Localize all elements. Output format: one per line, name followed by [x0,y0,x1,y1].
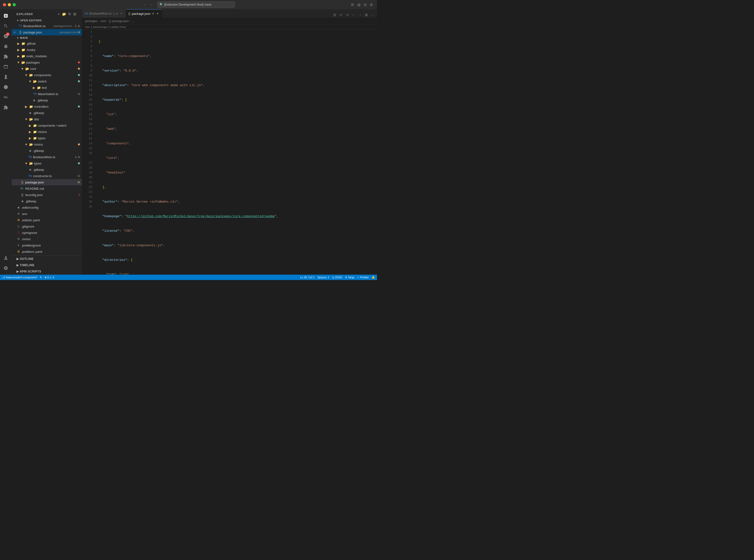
grid-icon[interactable]: ⊞ [369,2,374,7]
file-name: .gitkeep [37,99,80,102]
tree-mixins[interactable]: ▼ 📂 mixins [12,141,82,147]
activity-remote[interactable] [1,62,11,71]
tree-gitkeep-controllers[interactable]: ◆ .gitkeep [12,110,82,116]
formatter-item[interactable]: ⏸ Ninja [345,276,354,279]
npm-scripts-section[interactable]: ▶ NPM SCRIPTS [12,268,82,275]
activity-extensions[interactable] [1,52,11,61]
activity-flask[interactable] [1,72,11,81]
tree-readme[interactable]: M↓ README.md [12,185,82,192]
tree-gitkeep-mixins[interactable]: ◆ .gitkeep [12,147,82,154]
redo-icon[interactable]: ↪ [345,12,350,18]
tree-package-json[interactable]: {} package.json M [12,179,82,185]
open-changes-icon[interactable]: ⊞ [363,12,369,18]
activity-git[interactable]: 1 [1,32,11,41]
breadcrumb-packages[interactable]: packages [85,19,97,23]
folder-icon: ▼ [20,67,24,71]
tree-core[interactable]: ▼ 📂 core [12,65,82,72]
tab-close-icon[interactable]: × [156,12,159,16]
branch-item[interactable]: ⎇ feature/switch-component* [2,276,37,279]
notifications-item[interactable]: 🔔 [372,276,375,279]
tree-boolean-mixin[interactable]: TS BooleanMixin.ts 1, U [12,154,82,160]
tree-releaserc[interactable]: ⚙ .releaserc.yaml [12,255,82,256]
tree-gitkeep-root[interactable]: ◆ .gitkeep [12,198,82,204]
tree-eslintrc[interactable]: ⚙ .eslintrc.yaml [12,217,82,223]
open-editor-package-json[interactable]: × {} package.json packages/core M [12,29,82,36]
tree-dist-mixins[interactable]: ▶ 📁 mixins [12,128,82,135]
sidebar-toggle-icon[interactable]: ▤ [356,2,362,7]
activity-puzzle[interactable] [1,103,11,112]
activity-account[interactable] [1,253,11,262]
breadcrumb-file[interactable]: package.json [112,19,129,23]
activity-issues[interactable] [1,82,11,92]
address-bar[interactable]: 🔍 [Extension Development Host] mave [157,1,235,8]
prettier-item[interactable]: ✓ Prettier [357,276,369,279]
open-editor-boolean-mixin[interactable]: × TS BooleanMixin.ts packages/core/... 1… [12,23,82,29]
tab-close-icon[interactable]: × [119,12,123,16]
more-actions-icon[interactable]: ··· [370,12,375,18]
spaces-item[interactable]: Spaces: 2 [317,276,329,279]
close-button[interactable] [3,3,6,6]
new-folder-icon[interactable]: 📁 [61,12,67,17]
close-icon-selected[interactable]: × [14,30,16,34]
tree-husky[interactable]: ▶ 📁 .husky [12,46,82,53]
activity-settings[interactable] [1,263,11,273]
tab-boolean-mixin[interactable]: TS BooleanMixin.ts 1, U × [82,9,126,18]
activity-explorer[interactable] [1,11,11,20]
tree-github[interactable]: ▶ 📁 .github [12,40,82,46]
go-forward-icon[interactable]: → [357,12,363,18]
code-content[interactable]: { "name": "core-components", "version": … [95,29,377,275]
tree-prettierrc[interactable]: ⚙ .prettierrc.yaml [12,248,82,255]
forward-button[interactable]: → [149,2,154,7]
tree-gitkeep-types[interactable]: ◆ .gitkeep [12,166,82,173]
tree-controllers[interactable]: ▶ 📁 controllers [12,103,82,110]
tree-types[interactable]: ▼ 📂 types [12,160,82,166]
go-back-icon[interactable]: ← [351,12,356,18]
timeline-section[interactable]: ▶ TIMELINE [12,262,82,268]
breadcrumb-ellipsis[interactable]: ... [132,19,134,23]
outline-section[interactable]: ▶ OUTLINE [12,256,82,262]
code-editor[interactable]: 1 2 3 4 5 6 7 8 9 10 11 12 13 14 15 16 1… [82,29,377,275]
undo-icon[interactable]: ↩ [338,12,344,18]
maximize-button[interactable] [13,3,16,6]
activity-nx[interactable]: Nx [1,93,11,102]
tree-mave-switch[interactable]: TS MaveSwitch.ts U [12,91,82,97]
line-col-item[interactable]: Ln 39, Col 1 [300,276,314,279]
file-name: .gitkeep [33,111,80,115]
errors-item[interactable]: ⊗ 0 ⚠ 4 [44,276,54,279]
split-editor-icon[interactable]: ⊟ [332,12,338,18]
tree-packages[interactable]: ▼ 📂 packages [12,59,82,65]
activity-debug[interactable] [1,42,11,51]
tree-switch[interactable]: ▼ 📂 switch [12,78,82,84]
activity-search[interactable] [1,21,11,31]
file-name: .prettierrc.yaml [21,250,80,254]
tree-env[interactable]: ⚙ .env [12,211,82,217]
tree-editorconfig[interactable]: ◆ .editorconfig [12,204,82,211]
mave-section[interactable]: ▼ MAVE [12,36,82,40]
tree-test[interactable]: ▶ 📁 test [12,84,82,91]
panel-icon[interactable]: ⊟ [363,2,368,7]
open-editors-section[interactable]: ▼ OPEN EDITORS [12,18,82,23]
refresh-icon[interactable]: ↻ [68,12,72,17]
breadcrumb-core[interactable]: core [100,19,106,23]
tab-package-json[interactable]: {} package.json M × [126,9,162,18]
tree-dist-components-switch[interactable]: ▶ 📁 components / switch [12,122,82,128]
tree-prettierignore[interactable]: ✦ .prettierignore [12,242,82,248]
collapse-icon[interactable]: ⊟ [73,12,77,17]
sync-item[interactable]: ↻ [40,276,42,279]
tree-tsconfig[interactable]: {} tsconfig.json 3 [12,192,82,198]
tree-gitkeep-switch[interactable]: ◆ .gitkeep [12,97,82,103]
tree-node-modules[interactable]: ▶ 📁 node_modules [12,53,82,59]
new-file-icon[interactable]: + [57,12,60,17]
encoding-item[interactable]: () JSON [332,276,342,279]
back-button[interactable]: ← [142,2,148,7]
tree-npmignore[interactable]: ⬡ .npmignore [12,229,82,236]
tree-gitignore[interactable]: ⊙ .gitignore [12,223,82,229]
tree-nvmrc[interactable]: ⚙ .nvmrc [12,236,82,242]
minimize-button[interactable] [8,3,11,6]
tree-components[interactable]: ▼ 📂 components [12,72,82,78]
tree-dist[interactable]: ▼ 📂 dist [12,116,82,122]
layout-icon[interactable]: ⊞ [350,2,355,7]
tree-constructor[interactable]: TS constructor.ts U [12,173,82,179]
activity-bar: 1 Nx [0,9,12,275]
tree-dist-types[interactable]: ▶ 📁 types [12,135,82,141]
